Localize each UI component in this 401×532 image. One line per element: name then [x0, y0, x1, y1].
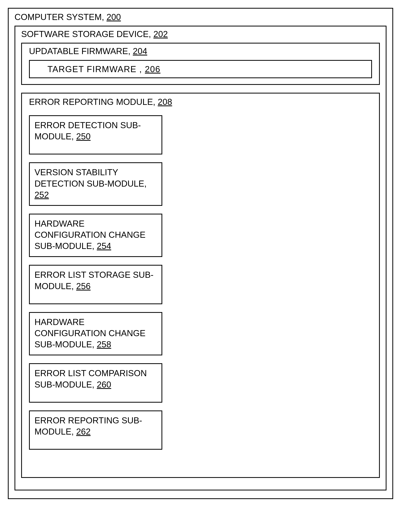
- submodule-label: HARDWARE CONFIGURATION CHANGE SUB-MODULE…: [34, 218, 157, 252]
- storage-device-box: SOFTWARE STORAGE DEVICE, 202 UPDATABLE F…: [14, 26, 387, 490]
- submodule-text: VERSION STABILITY DETECTION SUB-MODULE,: [34, 167, 147, 188]
- submodule-label: ERROR LIST STORAGE SUB-MODULE, 256: [34, 269, 157, 291]
- target-firmware-ref: 206: [145, 64, 160, 74]
- target-firmware-label: TARGET FIRMWARE , 206: [47, 63, 365, 75]
- storage-device-text: SOFTWARE STORAGE DEVICE,: [21, 29, 153, 39]
- updatable-firmware-text: UPDATABLE FIRMWARE,: [29, 46, 133, 56]
- submodule-ref: 250: [76, 132, 91, 141]
- submodule-text: ERROR LIST STORAGE SUB-MODULE,: [34, 270, 153, 291]
- submodule-ref: 260: [97, 380, 111, 389]
- submodule-label: ERROR DETECTION SUB-MODULE, 250: [34, 120, 157, 142]
- target-firmware-box: TARGET FIRMWARE , 206: [29, 60, 372, 78]
- updatable-firmware-ref: 204: [133, 46, 147, 56]
- submodule-label: VERSION STABILITY DETECTION SUB-MODULE, …: [34, 167, 157, 200]
- submodule-ref: 254: [97, 241, 111, 251]
- computer-system-label: COMPUTER SYSTEM, 200: [14, 9, 387, 23]
- submodule-error-list-storage: ERROR LIST STORAGE SUB-MODULE, 256: [29, 265, 162, 304]
- error-reporting-module-label: ERROR REPORTING MODULE, 208: [29, 96, 372, 108]
- submodule-label: ERROR LIST COMPARISON SUB-MODULE, 260: [34, 367, 157, 390]
- submodule-text: HARDWARE CONFIGURATION CHANGE SUB-MODULE…: [34, 317, 145, 349]
- submodule-label: HARDWARE CONFIGURATION CHANGE SUB-MODULE…: [34, 316, 157, 350]
- error-reporting-module-text: ERROR REPORTING MODULE,: [29, 97, 158, 107]
- submodule-error-reporting: ERROR REPORTING SUB-MODULE, 262: [29, 411, 162, 450]
- error-reporting-module-ref: 208: [158, 97, 172, 107]
- submodule-ref: 256: [76, 281, 91, 291]
- updatable-firmware-label: UPDATABLE FIRMWARE, 204: [29, 45, 372, 57]
- computer-system-text: COMPUTER SYSTEM,: [14, 12, 107, 22]
- submodule-ref: 252: [34, 190, 49, 200]
- submodule-hw-config-change-2: HARDWARE CONFIGURATION CHANGE SUB-MODULE…: [29, 312, 162, 355]
- computer-system-ref: 200: [107, 12, 121, 22]
- storage-device-label: SOFTWARE STORAGE DEVICE, 202: [21, 28, 380, 40]
- submodule-ref: 262: [76, 427, 91, 436]
- storage-device-ref: 202: [153, 29, 168, 39]
- computer-system-box: COMPUTER SYSTEM, 200 SOFTWARE STORAGE DE…: [8, 8, 393, 499]
- submodule-label: ERROR REPORTING SUB-MODULE, 262: [34, 415, 157, 437]
- submodule-hw-config-change-1: HARDWARE CONFIGURATION CHANGE SUB-MODULE…: [29, 214, 162, 257]
- submodule-text: ERROR LIST COMPARISON SUB-MODULE,: [34, 368, 147, 389]
- submodule-error-detection: ERROR DETECTION SUB-MODULE, 250: [29, 115, 162, 154]
- submodule-version-stability: VERSION STABILITY DETECTION SUB-MODULE, …: [29, 162, 162, 206]
- submodule-text: HARDWARE CONFIGURATION CHANGE SUB-MODULE…: [34, 219, 145, 251]
- updatable-firmware-box: UPDATABLE FIRMWARE, 204 TARGET FIRMWARE …: [21, 43, 380, 85]
- submodule-error-list-comparison: ERROR LIST COMPARISON SUB-MODULE, 260: [29, 363, 162, 402]
- submodule-ref: 258: [97, 340, 111, 349]
- error-reporting-module-box: ERROR REPORTING MODULE, 208 ERROR DETECT…: [21, 93, 380, 478]
- target-firmware-text: TARGET FIRMWARE ,: [47, 64, 145, 74]
